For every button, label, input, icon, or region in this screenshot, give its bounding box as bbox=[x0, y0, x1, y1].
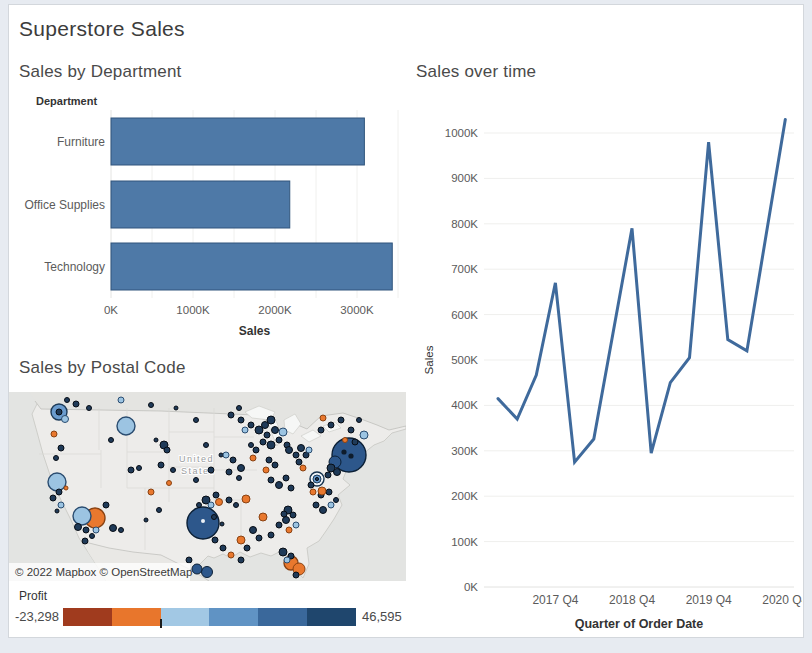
map-mark[interactable] bbox=[296, 459, 302, 465]
map-mark[interactable] bbox=[50, 495, 56, 501]
map-mark[interactable] bbox=[248, 422, 254, 428]
bar-chart[interactable]: FurnitureOffice SuppliesTechnology0K1000… bbox=[21, 106, 413, 356]
map-mark[interactable] bbox=[194, 478, 199, 483]
map-mark[interactable] bbox=[279, 428, 287, 436]
map-mark[interactable] bbox=[244, 545, 250, 551]
map-mark[interactable] bbox=[137, 466, 142, 471]
profit-ramp-segment-3[interactable] bbox=[209, 608, 258, 626]
map-mark[interactable] bbox=[62, 416, 69, 423]
map-mark[interactable] bbox=[164, 447, 170, 453]
map-mark[interactable] bbox=[288, 485, 294, 491]
map-mark[interactable] bbox=[328, 422, 334, 428]
map-mark[interactable] bbox=[234, 503, 239, 508]
map-mark[interactable] bbox=[228, 412, 234, 418]
map-mark[interactable] bbox=[263, 467, 269, 473]
map-mark[interactable] bbox=[360, 431, 368, 439]
map-mark[interactable] bbox=[260, 439, 266, 445]
map-mark[interactable] bbox=[334, 469, 341, 476]
map-mark[interactable] bbox=[293, 452, 299, 458]
map-mark[interactable] bbox=[194, 418, 199, 423]
map-mark[interactable] bbox=[283, 475, 289, 481]
map-mark[interactable] bbox=[272, 462, 278, 468]
map-mark[interactable] bbox=[238, 417, 244, 423]
map-mark[interactable] bbox=[171, 468, 176, 473]
map-mark[interactable] bbox=[310, 489, 316, 495]
map-mark[interactable] bbox=[201, 519, 205, 523]
map-mark[interactable] bbox=[93, 527, 99, 533]
map-mark[interactable] bbox=[167, 481, 172, 486]
map-mark[interactable] bbox=[250, 455, 256, 461]
map-mark[interactable] bbox=[220, 545, 226, 551]
map-mark[interactable] bbox=[313, 502, 319, 508]
map-mark[interactable] bbox=[148, 489, 154, 495]
map-mark[interactable] bbox=[284, 557, 290, 563]
sales-map[interactable]: UnitedStates© 2022 Mapbox © OpenStreetMa… bbox=[9, 392, 406, 581]
map-mark[interactable] bbox=[293, 572, 299, 578]
map-mark[interactable] bbox=[90, 534, 95, 539]
map-mark[interactable] bbox=[212, 537, 218, 543]
map-mark[interactable] bbox=[103, 502, 109, 508]
map-mark[interactable] bbox=[216, 499, 223, 506]
map-mark[interactable] bbox=[276, 522, 282, 528]
map-mark[interactable] bbox=[55, 509, 59, 513]
profit-ramp-segment-5[interactable] bbox=[307, 608, 356, 626]
map-mark[interactable] bbox=[334, 498, 339, 503]
map-mark[interactable] bbox=[276, 437, 282, 443]
map-mark[interactable] bbox=[341, 449, 346, 454]
map-mark[interactable] bbox=[48, 473, 66, 491]
map-attribution[interactable]: © 2022 Mapbox © OpenStreetMap bbox=[15, 566, 192, 578]
map-mark[interactable] bbox=[110, 525, 117, 532]
line-chart[interactable]: 0K100K200K300K400K500K600K700K800K900K10… bbox=[416, 90, 802, 638]
profit-ramp-segment-0[interactable] bbox=[63, 608, 112, 626]
map-mark[interactable] bbox=[253, 447, 259, 453]
map-mark[interactable] bbox=[220, 522, 224, 526]
map-mark[interactable] bbox=[298, 445, 305, 452]
map-mark[interactable] bbox=[256, 535, 262, 541]
map-mark[interactable] bbox=[320, 507, 327, 514]
map-mark[interactable] bbox=[343, 438, 348, 443]
map-mark[interactable] bbox=[144, 518, 148, 522]
map-mark[interactable] bbox=[65, 398, 70, 403]
map-mark[interactable] bbox=[186, 557, 192, 563]
map-mark[interactable] bbox=[267, 416, 275, 424]
map-mark[interactable] bbox=[226, 497, 232, 503]
map-mark[interactable] bbox=[219, 453, 223, 457]
map-mark[interactable] bbox=[109, 438, 114, 443]
map-mark[interactable] bbox=[157, 508, 162, 513]
map-mark[interactable] bbox=[87, 406, 92, 411]
map-mark[interactable] bbox=[242, 495, 250, 503]
map-mark[interactable] bbox=[308, 482, 314, 488]
map-mark[interactable] bbox=[54, 456, 59, 461]
map-mark[interactable] bbox=[318, 427, 324, 433]
map-mark[interactable] bbox=[272, 427, 279, 434]
map-mark[interactable] bbox=[117, 417, 135, 435]
map-mark[interactable] bbox=[348, 453, 353, 458]
map-mark[interactable] bbox=[51, 431, 57, 437]
map-mark[interactable] bbox=[83, 527, 89, 533]
map-mark[interactable] bbox=[154, 438, 158, 442]
map-mark[interactable] bbox=[266, 457, 272, 463]
map-mark[interactable] bbox=[328, 502, 334, 508]
map-mark[interactable] bbox=[204, 443, 209, 448]
profit-color-ramp[interactable] bbox=[63, 608, 356, 626]
map-mark[interactable] bbox=[73, 507, 91, 525]
map-mark[interactable] bbox=[286, 447, 293, 454]
map-mark[interactable] bbox=[64, 486, 68, 490]
map-mark[interactable] bbox=[237, 536, 245, 544]
map-mark[interactable] bbox=[56, 409, 62, 415]
map-mark[interactable] bbox=[73, 401, 79, 407]
map-mark[interactable] bbox=[226, 469, 232, 475]
map-mark[interactable] bbox=[238, 557, 244, 563]
map-mark[interactable] bbox=[249, 443, 254, 448]
map-mark[interactable] bbox=[268, 477, 274, 483]
map-mark[interactable] bbox=[326, 489, 332, 495]
map-mark[interactable] bbox=[119, 528, 124, 533]
map-mark[interactable] bbox=[325, 472, 331, 478]
bar-mark-office-supplies[interactable] bbox=[111, 181, 290, 228]
map-mark[interactable] bbox=[238, 465, 245, 472]
map-mark[interactable] bbox=[202, 567, 213, 578]
map-mark[interactable] bbox=[223, 452, 229, 458]
map-mark[interactable] bbox=[315, 477, 318, 480]
map-mark[interactable] bbox=[320, 415, 326, 421]
map-mark[interactable] bbox=[293, 522, 299, 528]
